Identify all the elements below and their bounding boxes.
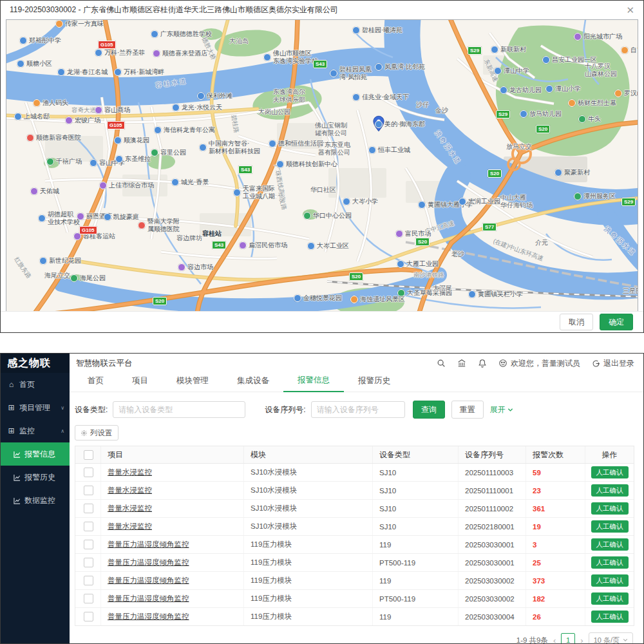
project-link[interactable]: 普量压力温湿度倾角监控 (108, 612, 189, 621)
manual-confirm-button[interactable]: 人工确认 (591, 538, 629, 551)
logout-label: 退出登录 (603, 358, 634, 369)
row-checkbox[interactable] (84, 468, 93, 477)
column-header-设备序列号: 设备序列号 (459, 446, 526, 463)
tab-模块管理[interactable]: 模块管理 (162, 375, 223, 392)
project-link[interactable]: 普量压力温湿度倾角监控 (108, 540, 189, 549)
sidebar-item-label: 首页 (19, 379, 35, 390)
module-cell: SJ10水浸模块 (244, 500, 373, 517)
sidebar-subitem-报警历史[interactable]: 报警历史 (1, 466, 70, 489)
manual-confirm-button[interactable]: 人工确认 (591, 574, 629, 587)
dialog-title: 119-202503030002 - 广东省佛山市顺德区容桂街道华天北三路佛山市… (10, 5, 338, 15)
row-checkbox[interactable] (84, 612, 93, 621)
row-checkbox[interactable] (84, 522, 93, 531)
filter-bar: 设备类型: 设备序列号: 查询 重置 展开 (75, 401, 634, 419)
serial-cell: 202503030004 (459, 608, 526, 625)
project-link[interactable]: 普量水浸监控 (108, 522, 152, 531)
sidebar-item-项目管理[interactable]: ⊞项目管理∨ (1, 396, 70, 419)
confirm-button[interactable]: 确定 (600, 314, 633, 330)
row-checkbox[interactable] (84, 558, 93, 567)
project-link[interactable]: 普量水浸监控 (108, 486, 152, 495)
project-link[interactable]: 普量压力温湿度倾角监控 (108, 594, 189, 603)
platform-title: 智慧物联云平台 (76, 358, 133, 369)
sidebar-subitem-数据监控[interactable]: 数据监控 (1, 489, 70, 512)
tab-首页[interactable]: 首页 (73, 375, 118, 392)
serial-cell: 202503030002 (459, 572, 526, 589)
module-cell: SJ10水浸模块 (244, 464, 373, 481)
manual-confirm-button[interactable]: 人工确认 (591, 520, 629, 533)
bell-icon[interactable] (478, 359, 487, 368)
sidebar-item-监控[interactable]: ⊞监控∧ (1, 419, 70, 442)
module-cell: 119压力模块 (244, 608, 373, 625)
serial-label: 设备序列号: (265, 404, 305, 415)
sidebar-subitem-label: 数据监控 (24, 495, 55, 506)
select-all-checkbox[interactable] (84, 450, 93, 460)
row-checkbox[interactable] (84, 576, 93, 585)
manual-confirm-button[interactable]: 人工确认 (591, 484, 629, 497)
serial-cell: 202502180001 (459, 518, 526, 535)
tab-集成设备[interactable]: 集成设备 (223, 375, 283, 392)
row-checkbox[interactable] (84, 486, 93, 495)
alarm-count: 23 (533, 487, 541, 495)
expand-toggle[interactable]: 展开 (490, 404, 513, 415)
cancel-button[interactable]: 取消 (560, 314, 593, 330)
brand-logo: 感之物联 (1, 354, 70, 373)
manual-confirm-button[interactable]: 人工确认 (591, 592, 629, 605)
manual-confirm-button[interactable]: 人工确认 (591, 466, 629, 478)
table-row: 普量压力温湿度倾角监控119压力模块PT500-1192025030300021… (75, 590, 634, 608)
app-window: 感之物联 ⌂首页⊞项目管理∨⊞监控∧报警信息报警历史数据监控 智慧物联云平台 (0, 353, 644, 644)
prev-page-icon[interactable]: ‹ (553, 636, 556, 644)
column-header-项目: 项目 (101, 446, 244, 463)
content-area: 设备类型: 设备序列号: 查询 重置 展开 列设置 (70, 392, 643, 643)
project-link[interactable]: 普量水浸监控 (108, 504, 152, 513)
row-checkbox[interactable] (84, 504, 93, 513)
device-type-cell: 119 (373, 572, 459, 589)
map-canvas[interactable]: 传家一方真味郑裕彤中学G105万科·兰乔圣菲广东顺德德胜学校顺德喜来登酒店顺糖小… (6, 19, 638, 312)
alarm-count: 361 (533, 505, 545, 513)
column-settings-label: 列设置 (90, 428, 113, 438)
manual-confirm-button[interactable]: 人工确认 (591, 611, 629, 623)
project-link[interactable]: 普量压力温湿度倾角监控 (108, 576, 189, 585)
sidebar-item-label: 监控 (19, 426, 35, 437)
table-row: 普量压力温湿度倾角监控119压力模块1192025030300013人工确认 (75, 536, 634, 554)
row-checkbox[interactable] (84, 594, 93, 603)
close-icon[interactable]: ✕ (626, 5, 634, 15)
column-header-设备类型: 设备类型 (373, 446, 459, 463)
alarm-count: 25 (533, 559, 541, 567)
chart-icon (14, 451, 21, 458)
device-type-cell: SJ10 (373, 500, 459, 517)
grid-icon: ⊞ (7, 426, 15, 435)
alarm-count: 373 (533, 577, 545, 585)
user-welcome[interactable]: 欢迎您，普量测试员 (498, 358, 580, 369)
reset-button[interactable]: 重置 (451, 401, 484, 419)
sidebar-subitem-label: 报警历史 (24, 472, 55, 483)
alarm-count: 3 (533, 541, 536, 549)
device-type-label: 设备类型: (75, 404, 108, 415)
project-link[interactable]: 普量水浸监控 (108, 468, 152, 477)
manual-confirm-button[interactable]: 人工确认 (591, 556, 629, 569)
search-button[interactable]: 查询 (413, 401, 445, 419)
sidebar-item-首页[interactable]: ⌂首页 (1, 373, 70, 396)
table-body: 普量水浸监控SJ10水浸模块SJ1020250111000359人工确认普量水浸… (75, 464, 634, 625)
chevron-down-icon: ∨ (61, 405, 64, 411)
map-dialog: 119-202503030002 - 广东省佛山市顺德区容桂街道华天北三路佛山市… (0, 0, 644, 333)
tab-报警历史[interactable]: 报警历史 (344, 375, 404, 392)
tab-报警信息[interactable]: 报警信息 (283, 375, 344, 392)
toolbar: 列设置 (75, 425, 634, 440)
page-size-select[interactable]: 10 条/页 (589, 632, 633, 644)
tab-项目[interactable]: 项目 (118, 375, 162, 392)
project-link[interactable]: 普量压力温湿度倾角监控 (108, 558, 189, 567)
next-page-icon[interactable]: › (580, 636, 583, 644)
organization-icon[interactable] (457, 359, 466, 368)
search-icon[interactable] (437, 359, 446, 368)
expand-label: 展开 (490, 404, 506, 415)
serial-input[interactable] (311, 401, 405, 418)
logout-button[interactable]: 退出登录 (592, 358, 634, 369)
device-type-input[interactable] (113, 401, 245, 418)
row-checkbox[interactable] (84, 540, 93, 549)
sidebar-subitem-报警信息[interactable]: 报警信息 (1, 442, 70, 466)
manual-confirm-button[interactable]: 人工确认 (591, 502, 629, 515)
chart-icon (14, 474, 21, 481)
alarm-count: 26 (533, 613, 541, 621)
column-settings-button[interactable]: 列设置 (75, 425, 118, 440)
page-number[interactable]: 1 (561, 633, 575, 644)
